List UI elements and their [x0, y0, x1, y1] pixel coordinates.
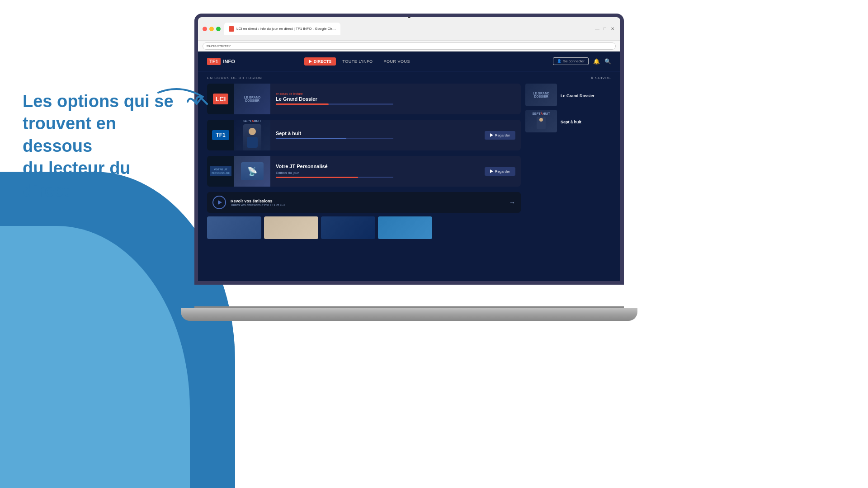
- channel-row-tf1: TF1 SEPTÀHUIT: [207, 120, 521, 150]
- address-bar-row: tf1info.fr/direct/: [198, 41, 620, 52]
- traffic-light-close[interactable]: [203, 27, 207, 31]
- nav-toute-info[interactable]: TOUTE L'INFO: [338, 57, 377, 66]
- browser-chrome: LCI en direct : info du jour en direct |…: [198, 17, 620, 41]
- regarder-label-votre-jt: Regarder: [495, 169, 510, 174]
- tab-title: LCI en direct : info du jour en direct |…: [236, 27, 336, 31]
- tf1-logo-box: TF1: [207, 120, 234, 150]
- grand-dossier-thumb-img: LE GRANDDOSSIER: [234, 84, 270, 114]
- nav-logo: TF1 INFO: [207, 58, 235, 65]
- user-icon: 👤: [557, 59, 561, 63]
- thumb-card-4[interactable]: [378, 216, 432, 239]
- address-bar[interactable]: tf1info.fr/direct/: [203, 42, 616, 50]
- laptop: LCI en direct : info du jour en direct |…: [194, 14, 624, 321]
- votre-jt-logo-box: VOTRE JT PERSONNALISÉ: [207, 156, 234, 187]
- address-text: tf1info.fr/direct/: [207, 44, 231, 48]
- lci-channel-info: en cours de lecture Le Grand Dossier: [270, 89, 521, 109]
- connect-label: Se connecter: [563, 59, 585, 63]
- browser-tab[interactable]: LCI en direct : info du jour en direct |…: [224, 23, 340, 35]
- suivre-thumb-img-1: LE GRANDDOSSIER: [525, 84, 557, 106]
- minimize-btn[interactable]: —: [594, 26, 600, 32]
- thumb-card-3[interactable]: [321, 216, 375, 239]
- directs-label: DIRECTS: [314, 59, 332, 64]
- nav-directs[interactable]: DIRECTS: [304, 57, 336, 66]
- channel-row-votre-jt: VOTRE JT PERSONNALISÉ 📡: [207, 156, 521, 187]
- en-cours-status: en cours de lecture: [276, 92, 515, 95]
- suivre-thumb-grand-dossier: LE GRANDDOSSIER: [525, 84, 557, 106]
- sept-huit-thumb-img: SEPTÀHUIT: [234, 120, 270, 150]
- regarder-btn-tf1[interactable]: Regarder: [485, 131, 515, 140]
- content-wrapper: LCI LE GRANDDOSSIER en cours de lecture: [207, 84, 611, 239]
- arrow-decoration: [154, 79, 208, 117]
- revoir-play-icon: [218, 200, 222, 205]
- channel-row-lci: LCI LE GRANDDOSSIER en cours de lecture: [207, 84, 521, 114]
- revoir-text: Revoir vos émissions Toutes vos émission…: [231, 199, 285, 206]
- logo-tf1: TF1: [207, 58, 221, 65]
- grand-dossier-title: Le Grand Dossier: [276, 96, 515, 102]
- en-cours-label: EN COURS DE DIFFUSION: [207, 76, 262, 80]
- revoir-left: Revoir vos émissions Toutes vos émission…: [212, 196, 285, 209]
- tf1-thumb: SEPTÀHUIT: [234, 120, 270, 150]
- laptop-screen: LCI en direct : info du jour en direct |…: [198, 17, 620, 281]
- traffic-light-minimize[interactable]: [209, 27, 214, 31]
- laptop-base: [181, 308, 637, 321]
- tf1-channel-info: Sept à huit: [270, 127, 485, 144]
- bell-icon[interactable]: 🔔: [593, 58, 600, 65]
- nav-pour-vous[interactable]: POUR VOUS: [379, 57, 415, 66]
- a-suivre-list: LE GRANDDOSSIER Le Grand Dossier: [521, 84, 611, 239]
- suivre-item-sept-huit: SEPTÀHUIT Sept à huit: [525, 110, 611, 132]
- nav-connect-btn[interactable]: 👤 Se connecter: [553, 57, 589, 65]
- grand-dossier-progress-fill: [276, 103, 329, 105]
- close-btn[interactable]: ✕: [609, 26, 616, 32]
- votre-jt-subtitle: Édition du jour: [276, 171, 479, 175]
- votre-jt-logo: VOTRE JT PERSONNALISÉ: [210, 166, 231, 176]
- browser-controls: — □ ✕: [594, 26, 616, 32]
- traffic-light-maximize[interactable]: [216, 27, 221, 31]
- sept-huit-progress-bar: [276, 138, 393, 139]
- tab-favicon: [229, 26, 234, 32]
- laptop-camera: [408, 15, 410, 18]
- revoir-title: Revoir vos émissions: [231, 199, 285, 203]
- logo-info: INFO: [223, 59, 235, 64]
- website: TF1 INFO DIRECTS TOUTE L'INFO POUR VOUS: [198, 52, 620, 281]
- sept-huit-progress-fill: [276, 138, 346, 139]
- presenter-silhouette: [243, 124, 261, 151]
- channel-list: LCI LE GRANDDOSSIER en cours de lecture: [207, 84, 521, 187]
- grand-dossier-progress-bar: [276, 103, 393, 105]
- revoir-section[interactable]: Revoir vos émissions Toutes vos émission…: [207, 192, 521, 213]
- nav-items: DIRECTS TOUTE L'INFO POUR VOUS: [304, 57, 415, 66]
- lci-logo-box: LCI: [207, 84, 234, 114]
- main-content: EN COURS DE DIFFUSION À SUIVRE LCI: [198, 71, 620, 244]
- channels-list: LCI LE GRANDDOSSIER en cours de lecture: [207, 84, 521, 239]
- traffic-lights: [203, 27, 221, 31]
- suivre-item-grand-dossier: LE GRANDDOSSIER Le Grand Dossier: [525, 84, 611, 106]
- restore-btn[interactable]: □: [602, 26, 608, 32]
- search-icon[interactable]: 🔍: [604, 58, 611, 65]
- votre-jt-title: Votre JT Personnalisé: [276, 164, 479, 169]
- suivre-thumb-img-2: SEPTÀHUIT: [525, 110, 557, 132]
- suivre-title-grand-dossier: Le Grand Dossier: [561, 94, 594, 98]
- aerial-thumb-img: 📡: [234, 156, 270, 187]
- regarder-btn-votre-jt[interactable]: Regarder: [485, 167, 515, 176]
- thumb-card-2[interactable]: [264, 216, 318, 239]
- lci-thumb: LE GRANDDOSSIER: [234, 84, 270, 114]
- laptop-body: LCI en direct : info du jour en direct |…: [194, 14, 624, 285]
- revoir-icon: [212, 196, 226, 209]
- votre-jt-progress-bar: [276, 177, 393, 178]
- tf1-logo: TF1: [212, 130, 229, 140]
- sections-header: EN COURS DE DIFFUSION À SUIVRE: [207, 76, 611, 80]
- suivre-info-2: Sept à huit: [561, 117, 581, 125]
- thumb-card-1[interactable]: [207, 216, 261, 239]
- nav-right: 👤 Se connecter 🔔 🔍: [553, 57, 611, 65]
- regarder-play-icon-votre-jt: [490, 169, 493, 173]
- votre-jt-thumb: 📡: [234, 156, 270, 187]
- play-icon: [309, 60, 312, 63]
- regarder-label-tf1: Regarder: [495, 133, 510, 137]
- sept-huit-title: Sept à huit: [276, 131, 479, 136]
- votre-jt-progress-fill: [276, 177, 358, 178]
- suivre-info-1: Le Grand Dossier: [561, 91, 594, 99]
- nav: TF1 INFO DIRECTS TOUTE L'INFO POUR VOUS: [198, 52, 620, 71]
- votre-jt-channel-info: Votre JT Personnalisé Édition du jour: [270, 160, 485, 183]
- revoir-subtitle: Toutes vos émissions d'info TF1 et LCI: [231, 203, 285, 206]
- a-suivre-label: À SUIVRE: [591, 76, 611, 80]
- suivre-thumb-sept-huit: SEPTÀHUIT: [525, 110, 557, 132]
